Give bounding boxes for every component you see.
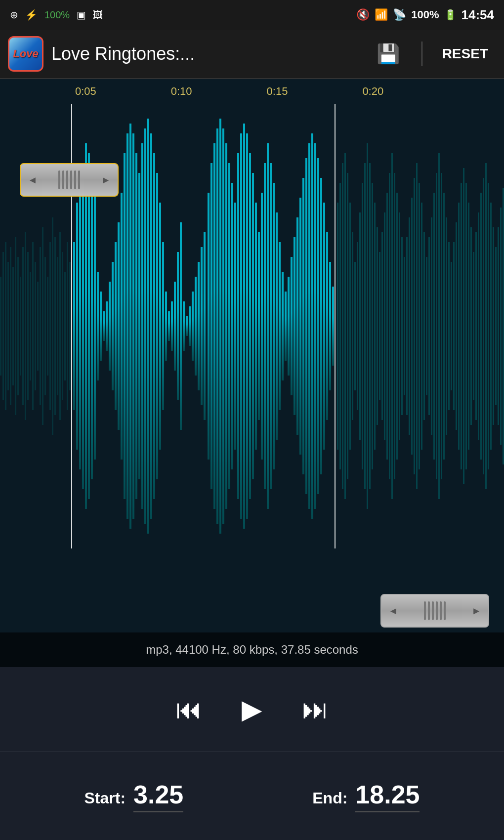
svg-rect-29 [69, 262, 71, 390]
svg-rect-166 [456, 222, 457, 430]
svg-rect-75 [208, 193, 210, 460]
end-time-group: End: 18.25 [312, 780, 420, 812]
svg-rect-163 [448, 242, 450, 410]
svg-rect-44 [115, 242, 117, 410]
svg-rect-42 [109, 282, 111, 371]
time-marker-0: 0:05 [75, 85, 96, 98]
svg-rect-6 [12, 267, 14, 385]
svg-rect-110 [311, 133, 313, 519]
end-value[interactable]: 18.25 [355, 780, 420, 812]
svg-rect-122 [347, 173, 348, 479]
svg-rect-72 [198, 262, 200, 390]
time-marker-3: 0:20 [362, 85, 383, 98]
svg-rect-13 [30, 272, 31, 380]
svg-rect-74 [204, 232, 206, 420]
end-arrow-right: ► [471, 605, 481, 617]
start-arrow-right: ► [101, 174, 111, 186]
app-bar: Love Love Ringtones:... 💾 RESET [0, 30, 504, 79]
svg-rect-59 [159, 203, 161, 450]
svg-rect-69 [189, 306, 191, 346]
end-handle-body[interactable]: ◄ ► [380, 594, 489, 628]
svg-rect-161 [443, 193, 445, 460]
svg-rect-31 [76, 203, 78, 450]
svg-rect-158 [436, 173, 437, 479]
skip-back-button[interactable]: ⏮ [175, 694, 202, 724]
svg-rect-90 [252, 173, 254, 479]
svg-rect-14 [32, 242, 34, 410]
svg-rect-15 [35, 262, 36, 390]
status-time: 14:54 [462, 7, 495, 23]
svg-rect-3 [5, 242, 6, 410]
svg-rect-145 [404, 257, 405, 395]
skip-back-icon: ⏮ [175, 694, 202, 724]
app-icon: Love [8, 36, 43, 72]
skip-forward-icon: ⏭ [302, 694, 329, 724]
app-icon-text: Love [13, 47, 38, 60]
svg-rect-64 [174, 282, 176, 371]
svg-rect-124 [352, 232, 353, 420]
svg-rect-61 [165, 292, 167, 361]
svg-rect-107 [302, 178, 304, 474]
svg-rect-36 [91, 173, 93, 479]
end-handle[interactable]: ◄ ► [380, 594, 489, 628]
save-icon[interactable]: 💾 [377, 43, 400, 65]
svg-rect-40 [103, 311, 105, 341]
mute-icon: 🔇 [356, 8, 370, 21]
svg-rect-152 [421, 203, 422, 450]
svg-rect-168 [461, 183, 462, 469]
svg-rect-153 [423, 232, 425, 420]
svg-rect-170 [465, 183, 467, 469]
svg-rect-67 [183, 301, 185, 351]
start-handle-body[interactable]: ◄ ► [20, 163, 119, 197]
svg-rect-83 [231, 183, 233, 469]
svg-rect-24 [57, 257, 58, 395]
svg-rect-117 [332, 287, 334, 366]
svg-rect-49 [129, 124, 131, 529]
svg-rect-97 [273, 183, 275, 469]
wifi-icon: 📶 [375, 8, 388, 21]
start-value[interactable]: 3.25 [133, 780, 183, 812]
svg-rect-22 [52, 217, 53, 435]
svg-rect-76 [210, 163, 212, 489]
svg-rect-141 [394, 173, 395, 479]
svg-rect-169 [463, 168, 464, 484]
svg-rect-126 [357, 242, 358, 410]
status-bar: ⊕ ⚡ 100% ▣ 🖼 🔇 📶 📡 100% 🔋 14:54 [0, 0, 504, 30]
image-icon: 🖼 [93, 9, 103, 21]
start-handle[interactable]: ◄ ► [20, 163, 119, 197]
svg-rect-80 [222, 128, 224, 524]
svg-rect-118 [337, 203, 338, 450]
svg-rect-132 [372, 183, 373, 469]
svg-rect-70 [192, 292, 194, 361]
svg-rect-157 [433, 193, 435, 460]
battery-percent: 100% [44, 9, 70, 21]
svg-rect-123 [349, 203, 351, 450]
reset-button[interactable]: RESET [434, 42, 496, 66]
svg-rect-7 [15, 237, 16, 415]
svg-rect-179 [488, 183, 489, 469]
skip-forward-button[interactable]: ⏭ [302, 694, 329, 724]
svg-rect-108 [305, 158, 307, 494]
svg-rect-96 [270, 163, 272, 489]
svg-rect-93 [261, 193, 263, 460]
svg-rect-143 [399, 212, 400, 440]
sim-icon: ▣ [77, 9, 86, 21]
svg-rect-71 [195, 277, 197, 376]
svg-rect-101 [285, 292, 287, 361]
svg-rect-43 [112, 262, 114, 390]
svg-rect-116 [329, 262, 331, 390]
play-button[interactable]: ▶ [242, 694, 262, 725]
svg-rect-38 [97, 272, 99, 380]
svg-rect-89 [249, 153, 251, 499]
svg-rect-46 [121, 193, 123, 460]
svg-rect-104 [294, 237, 295, 415]
svg-rect-21 [49, 242, 51, 410]
svg-rect-50 [132, 133, 134, 519]
end-label: End: [312, 789, 347, 807]
svg-rect-63 [171, 301, 173, 351]
svg-rect-18 [42, 227, 43, 425]
playback-controls: ⏮ ▶ ⏭ [0, 667, 504, 751]
svg-rect-184 [500, 208, 502, 445]
svg-rect-25 [59, 232, 61, 420]
svg-rect-105 [296, 217, 298, 435]
